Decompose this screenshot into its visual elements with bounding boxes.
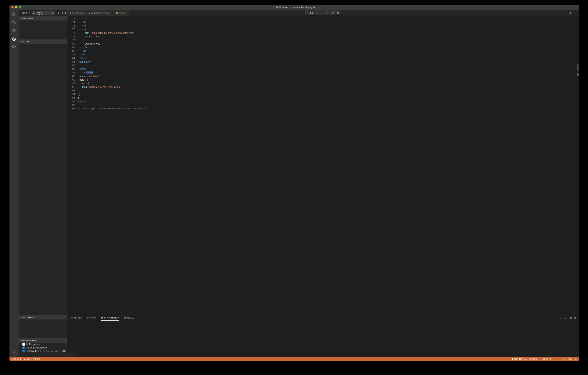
section-watch[interactable]: ▾WATCH — [19, 39, 67, 44]
clear-console-icon[interactable]: ≡ — [560, 317, 561, 320]
editor-tab[interactable]: ◈webpack.dev.con… — [86, 10, 114, 16]
panel-tab-problems[interactable]: PROBLEMS — [71, 316, 83, 320]
panel-tab-debug-console[interactable]: DEBUG CONSOLE — [101, 316, 120, 320]
svg-point-2 — [12, 21, 15, 23]
status-warnings[interactable]: 0 — [17, 358, 21, 360]
search-icon[interactable] — [12, 20, 16, 24]
svg-line-3 — [15, 23, 16, 24]
close-panel-icon[interactable]: ✕ — [574, 317, 576, 320]
svg-rect-10 — [14, 46, 16, 48]
explorer-icon[interactable] — [12, 11, 16, 16]
status-eol[interactable]: LF — [563, 358, 566, 360]
window-title: HelloWorld.vue — vuejs-webpack-project — [273, 6, 315, 9]
breakpoint-checkbox[interactable] — [22, 350, 25, 353]
bottom-panel: PROBLEMS OUTPUT DEBUG CONSOLE TERMINAL ≡… — [67, 315, 579, 357]
breakpoint-checkbox[interactable] — [22, 343, 25, 346]
status-language[interactable]: Vue — [568, 358, 572, 360]
status-errors[interactable]: 0 — [11, 358, 16, 360]
maximize-panel-icon[interactable] — [569, 317, 572, 320]
scm-icon[interactable] — [12, 28, 16, 33]
svg-rect-8 — [12, 45, 14, 47]
panel-tab-output[interactable]: OUTPUT — [87, 316, 96, 320]
start-debug-icon[interactable]: ▶ — [32, 12, 36, 14]
debug-header-label: DEBUG — [22, 12, 30, 14]
section-callstack[interactable]: ▾CALL STACK — [19, 315, 67, 320]
breadcrumb[interactable]: › — [19, 353, 74, 357]
breakpoint-checkbox[interactable] — [22, 347, 25, 349]
settings-gear-icon[interactable] — [12, 350, 16, 354]
svg-rect-9 — [12, 47, 14, 49]
section-breakpoints[interactable]: ▾BREAKPOINTS — [19, 338, 67, 342]
minimize-window-button[interactable] — [15, 6, 17, 8]
zoom-window-button[interactable] — [19, 6, 21, 8]
breakpoint-item[interactable]: Uncaught Exceptions — [19, 346, 67, 349]
status-bar: 0 0 ▶ vuejs: chrome Ln 87, Col 15 (7 sel… — [10, 357, 579, 361]
editor-tab[interactable]: ⧉launch.json — [67, 10, 86, 16]
debug-toolbar[interactable]: ⠿ ❚❚ ↷ ↓ ↑ ↻ ■ — [305, 10, 341, 15]
editor-tab[interactable]: JSindex.js — [114, 10, 130, 16]
debug-icon[interactable] — [12, 37, 16, 41]
step-out-icon[interactable]: ↑ — [326, 11, 329, 14]
svg-rect-1 — [12, 13, 15, 15]
status-launch-config[interactable]: ▶ vuejs: chrome — [24, 358, 40, 360]
more-actions-icon[interactable]: ··· — [573, 11, 577, 15]
debug-console-toggle-icon[interactable]: ›_ — [62, 12, 65, 14]
section-variables[interactable]: ▾VARIABLES — [19, 16, 67, 21]
launch-config-select[interactable]: ▶ vuejs: chrome⇵ — [32, 11, 55, 15]
split-editor-icon[interactable] — [568, 12, 571, 14]
breakpoint-item[interactable]: HelloWorld.vuesrc/components90 — [19, 349, 67, 353]
status-encoding[interactable]: UTF-8 — [554, 358, 560, 360]
debug-config-gear-icon[interactable]: ⚙ — [57, 11, 60, 14]
svg-rect-14 — [569, 317, 571, 319]
step-over-icon[interactable]: ↷ — [315, 11, 318, 14]
extensions-icon[interactable] — [12, 45, 16, 49]
titlebar: HelloWorld.vue — vuejs-webpack-project — [10, 5, 579, 10]
drag-handle-icon[interactable]: ⠿ — [307, 11, 308, 14]
svg-point-5 — [13, 32, 14, 33]
step-into-icon[interactable]: ↓ — [320, 11, 324, 14]
close-window-button[interactable] — [11, 6, 14, 8]
svg-point-6 — [15, 30, 16, 31]
activity-bar — [10, 10, 19, 357]
collapse-panel-icon[interactable]: ︿ — [564, 317, 566, 320]
svg-point-4 — [13, 29, 14, 30]
restart-icon[interactable]: ↻ — [331, 11, 334, 14]
code-editor[interactable]: 7374757677787980818283848586878889●90919… — [67, 16, 579, 315]
editor-group: ⧉launch.json◈webpack.dev.con…JSindex.js … — [67, 10, 579, 357]
breakpoint-item[interactable]: All Exceptions — [19, 342, 67, 346]
minimap[interactable] — [577, 16, 579, 315]
status-indent[interactable]: Spaces: 4 — [541, 358, 551, 360]
debug-sidebar: DEBUG ▶ vuejs: chrome⇵ ⚙ ›_ ▾VARIABLES ▾… — [19, 10, 67, 357]
status-feedback-icon[interactable]: ☺ — [575, 358, 577, 360]
panel-tab-terminal[interactable]: TERMINAL — [124, 316, 135, 320]
status-selection[interactable]: Ln 87, Col 15 (7 selected) — [512, 358, 538, 360]
svg-point-11 — [13, 352, 15, 353]
stop-icon[interactable]: ■ — [336, 11, 340, 14]
pause-icon[interactable]: ❚❚ — [310, 11, 313, 14]
